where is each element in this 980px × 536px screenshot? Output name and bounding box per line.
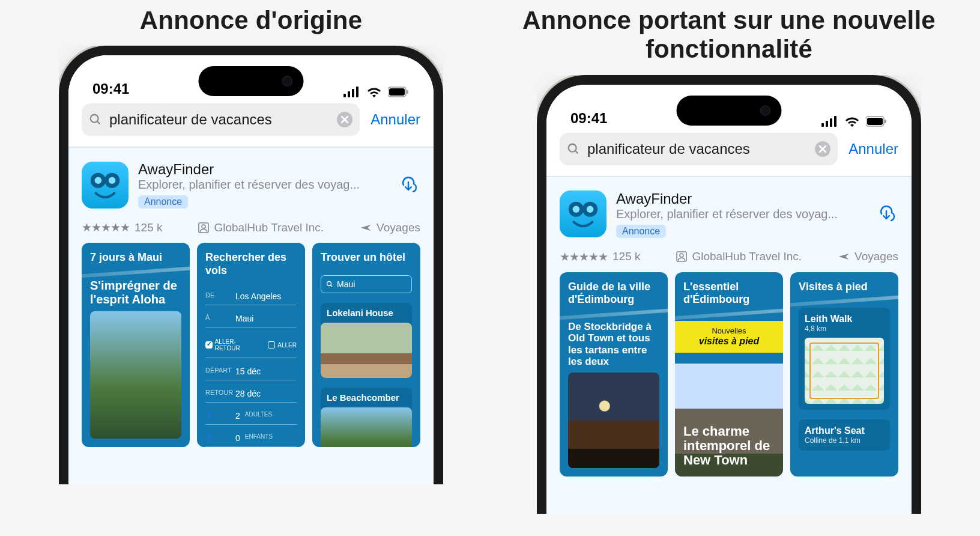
dynamic-island [199,66,304,96]
cancel-button[interactable]: Annuler [371,111,420,128]
download-button[interactable] [396,172,420,198]
card-title: Visites à pied [790,272,898,300]
depart-value: 15 déc [235,367,261,376]
phone-left: 09:41 Annuler [59,46,443,484]
adults-label: ADULTES [245,411,272,421]
oneway-label: ALLER [277,342,297,349]
screenshot-card[interactable]: Guide de la ville d'Édimbourg De Stockbr… [560,272,668,477]
developer-icon [198,222,209,233]
walk-name: Leith Walk [805,314,884,324]
svg-rect-25 [885,120,886,123]
card-title: Rechercher des vols [197,243,305,283]
screenshot-card[interactable]: Trouver un hôtel Maui Lokelani House [312,243,420,447]
clear-search-button[interactable] [815,141,830,157]
walk-item[interactable]: Arthur's Seat Colline de 1,1 km [799,419,890,451]
app-result[interactable]: AwayFinder Explorer, planifier et réserv… [560,177,898,245]
adults-count: 2 [235,411,240,421]
card-title: L'essentiel d'Édimbourg [675,272,783,312]
svg-rect-1 [348,91,350,97]
phone-right: 09:41 Annuler [537,75,921,514]
screenshot-card[interactable]: Visites à pied Leith Walk 4,8 km Arthur'… [790,272,898,477]
card-title: Trouver un hôtel [312,243,420,270]
ad-badge: Annonce [616,225,666,238]
return-label: RETOUR [205,389,231,398]
dynamic-island [677,96,782,126]
search-icon [89,113,102,126]
heading-left: Annonce d'origine [140,6,362,35]
ratings-count: 125 k [135,221,162,234]
app-meta: ★★★★★ 125 k GlobalHub Travel Inc. Voyage… [82,216,420,243]
walk-item[interactable]: Leith Walk 4,8 km [799,308,890,410]
svg-point-35 [680,254,683,257]
svg-rect-5 [389,88,405,96]
app-result[interactable]: AwayFinder Explorer, planifier et réserv… [82,148,420,216]
svg-rect-20 [826,121,828,127]
developer-name: GlobalHub Travel Inc. [214,221,324,234]
star-rating-icon: ★★★★★ [82,221,130,234]
screenshot-cards: 7 jours à Maui S'imprégner de l'esprit A… [82,243,420,447]
card-title: 7 jours à Maui [82,243,190,270]
hotel-result[interactable]: Lokelani House [321,303,412,378]
walk-distance: 4,8 km [805,324,884,333]
clear-search-button[interactable] [337,112,352,127]
screenshot-card[interactable]: Rechercher des vols DELos Angeles ÀMaui … [197,243,305,447]
ratings-count: 125 k [612,250,640,263]
screenshot-card[interactable]: L'essentiel d'Édimbourg Nouvelles visite… [675,272,783,477]
svg-point-7 [91,115,98,123]
svg-point-33 [587,206,594,213]
status-time: 09:41 [92,81,129,97]
screenshot-card[interactable]: 7 jours à Maui S'imprégner de l'esprit A… [82,243,190,447]
cancel-button[interactable]: Annuler [848,141,898,157]
heading-right: Annonce portant sur une nouvelle fonctio… [501,6,957,64]
search-input[interactable] [586,140,809,158]
app-meta: ★★★★★ 125 k GlobalHub Travel Inc. Voyage… [560,245,898,272]
plane-icon [838,251,850,263]
battery-icon [866,116,888,127]
svg-line-27 [575,150,578,153]
svg-rect-6 [407,90,408,94]
cellular-icon [821,116,838,127]
svg-rect-22 [834,116,836,127]
app-icon [560,190,606,237]
screenshot-cards: Guide de la ville d'Édimbourg De Stockbr… [560,272,898,477]
hotel-photo [321,407,412,447]
hotel-result[interactable]: Le Beachcomber [321,388,412,447]
oneway-checkbox[interactable] [268,341,275,349]
search-input[interactable] [108,111,331,129]
svg-point-26 [569,144,576,151]
search-field[interactable] [82,103,360,136]
plane-icon [360,222,372,234]
hotel-search-value: Maui [337,279,355,289]
card-title: Guide de la ville d'Édimbourg [560,272,668,312]
star-rating-icon: ★★★★★ [560,250,608,264]
close-icon [818,145,827,153]
svg-point-14 [109,177,116,184]
app-subtitle: Explorer, planifier et réserver des voya… [616,207,865,221]
app-name: AwayFinder [616,190,865,207]
roundtrip-label: ALLER-RETOUR [215,338,260,352]
hotel-name: Le Beachcomber [321,392,412,407]
svg-rect-19 [821,123,824,127]
ad-badge: Annonce [138,195,188,209]
walk-distance: Colline de 1,1 km [805,436,884,445]
card-subtitle: De Stockbridge à Old Town et tous les ta… [568,321,659,368]
new-feature-banner: Nouvelles visites à pied [675,321,783,353]
app-icon [82,162,129,209]
svg-line-18 [331,285,333,287]
download-button[interactable] [874,201,898,227]
walk-name: Arthur's Seat [805,425,884,436]
card-subtitle: S'imprégner de l'esprit Aloha [90,279,181,306]
children-label: ENFANTS [245,433,273,443]
svg-line-8 [97,121,100,124]
status-time: 09:41 [570,110,607,127]
roundtrip-checkbox[interactable] [205,341,213,349]
hotel-search-field[interactable]: Maui [321,275,412,293]
battery-icon [388,87,410,97]
wifi-icon [366,87,382,97]
category-label: Voyages [854,250,898,263]
svg-point-16 [202,225,205,228]
hero-photo [568,373,659,468]
svg-rect-21 [830,118,832,127]
svg-point-17 [327,281,331,285]
search-field[interactable] [560,133,838,165]
